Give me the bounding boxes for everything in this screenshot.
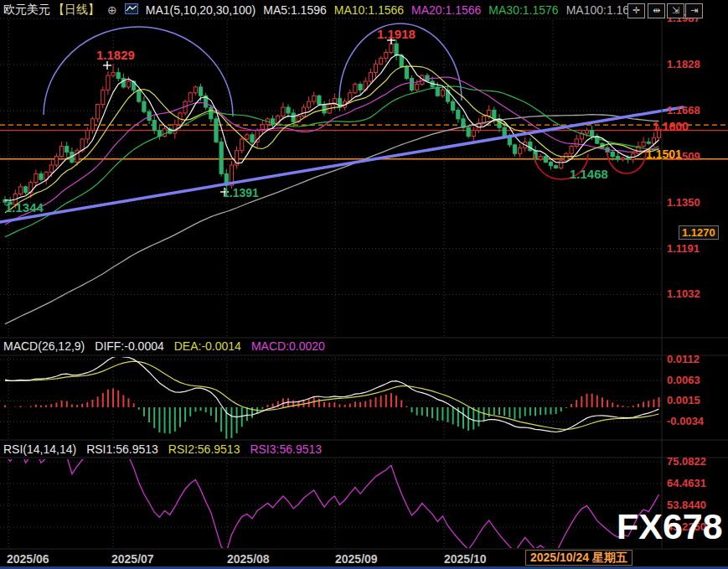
candle (354, 84, 357, 92)
candle (416, 84, 419, 90)
macd-axis-label: -0.0034 (667, 415, 719, 427)
chart-annotation-1.1468: 1.1468 (570, 167, 608, 181)
candle (116, 73, 120, 79)
price-tag-1.1600: 1.1600 (653, 120, 689, 133)
candle (359, 84, 362, 90)
scale-axis-icon[interactable]: ⇲ (667, 3, 684, 18)
chart-header: 欧元美元 【日线】 ⊕ MA1(5,10,20,30,100) MA5:1.15… (3, 0, 643, 20)
price-axis-label: 1.1191 (667, 242, 719, 255)
chart-annotation-1.1918: 1.1918 (377, 27, 416, 41)
candle (585, 131, 588, 133)
candle (142, 101, 146, 111)
grid (0, 18, 662, 548)
rsi-title: RSI(14,14,14) (3, 442, 76, 456)
candle (385, 53, 388, 59)
candle (529, 142, 532, 150)
candle (121, 79, 125, 87)
candle (85, 131, 89, 139)
go-to-latest-icon[interactable]: ⇥ (685, 3, 703, 18)
candle (642, 142, 645, 146)
candle (60, 147, 64, 157)
ma10-value: MA10:1.1566 (334, 3, 404, 17)
price-tag-1.1270: 1.1270 (679, 225, 719, 240)
candle (390, 44, 393, 52)
price-chart-canvas[interactable] (0, 0, 728, 569)
candle (302, 107, 305, 116)
candle (34, 173, 38, 182)
add-indicator-icon[interactable]: ⊕ (107, 3, 117, 17)
candle (611, 152, 614, 156)
candles (3, 39, 661, 209)
candle (627, 158, 630, 159)
candle (503, 127, 506, 136)
rsi-axis-label: 75.0822 (667, 455, 719, 468)
candle (126, 81, 130, 87)
candle (575, 139, 578, 147)
candle (441, 90, 444, 96)
candle (591, 131, 594, 137)
candle (281, 107, 285, 116)
candle (426, 75, 429, 81)
macd-info-row: MACD(26,12,9) DIFF:-0.0004 DEA:-0.0014 M… (3, 339, 325, 353)
macd-diff-value: DIFF:-0.0004 (95, 339, 163, 353)
fit-width-icon[interactable]: ⇹ (648, 3, 665, 18)
candle (513, 145, 516, 153)
candle (570, 147, 573, 154)
rsi-axis-label: 64.4631 (667, 477, 719, 489)
macd-axis-label: 0.0063 (667, 374, 719, 386)
candle (318, 96, 321, 104)
candle (457, 110, 460, 118)
candle (49, 165, 53, 173)
ma100-line (5, 115, 659, 324)
candle (519, 147, 522, 153)
candle (106, 75, 110, 90)
candle (39, 173, 43, 179)
x-axis-month-label: 2025/08 (227, 552, 270, 566)
candle (312, 96, 316, 101)
rsi2-value: RSI2:56.9513 (168, 442, 240, 456)
candle (188, 93, 192, 101)
candle (240, 139, 244, 151)
candle (90, 119, 94, 131)
candle (400, 55, 403, 67)
chart-annotation-1.1344: 1.1344 (5, 200, 44, 215)
candle (111, 73, 115, 75)
candle (199, 87, 202, 96)
candle (292, 113, 295, 122)
cross-marker-1 (103, 61, 111, 70)
candle (621, 158, 624, 159)
candle (163, 129, 166, 137)
candle (405, 67, 408, 79)
x-axis-month-label: 2025/07 (111, 552, 154, 566)
symbol-name: 欧元美元 (3, 3, 50, 18)
period-label: 【日线】 (53, 3, 100, 18)
candle (245, 135, 249, 139)
chart-annotation-1.1391: 1.1391 (223, 186, 259, 199)
candle (560, 161, 563, 168)
candle (539, 157, 542, 159)
macd-title: MACD(26,12,9) (3, 339, 85, 353)
chart-annotation-1.1829: 1.1829 (96, 48, 135, 62)
macd-dea-value: DEA:-0.0014 (174, 339, 241, 353)
candle (369, 73, 372, 81)
candle (214, 119, 218, 142)
candle (493, 110, 496, 118)
watermark-logo: FX678 (617, 506, 723, 547)
candle (472, 131, 475, 137)
price-axis-label: 1.1668 (667, 104, 719, 116)
candle (23, 187, 27, 193)
rsi3-value: RSI3:56.9513 (250, 442, 322, 456)
chart-type-icon[interactable] (125, 3, 138, 17)
candle (410, 79, 413, 91)
candle (54, 157, 58, 165)
candle (101, 90, 105, 104)
candle (323, 105, 326, 113)
ma30-value: MA30:1.1576 (488, 3, 558, 17)
candle (488, 110, 491, 116)
price-axis-label: 1.1828 (667, 58, 719, 70)
ma5-value: MA5:1.1596 (263, 3, 327, 17)
price-tag-1.1501: 1.1501 (646, 147, 682, 161)
crosshair-icon[interactable]: ✛ (627, 3, 645, 18)
macd-axis-label: 0.0112 (667, 353, 719, 365)
candle (395, 44, 398, 55)
